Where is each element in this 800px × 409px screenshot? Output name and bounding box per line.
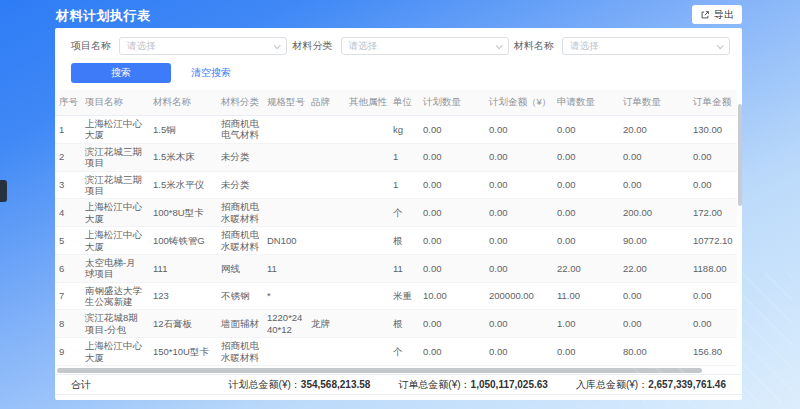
table-cell: 0.00 <box>689 282 737 310</box>
table-cell: 1.00 <box>553 310 619 338</box>
table-cell: 20.00 <box>619 116 689 144</box>
filter-label: 项目名称 <box>71 39 111 53</box>
table-row: 8滨江花城8期项目-分包12石膏板墙面辅材1220*2440*12龙牌根0.00… <box>55 310 737 338</box>
filter-select-0[interactable]: 请选择 <box>119 37 287 55</box>
select-placeholder: 请选择 <box>570 40 599 53</box>
column-header: 品牌 <box>307 90 345 116</box>
table-cell: 5 <box>55 227 81 255</box>
table-cell: 龙牌 <box>307 310 345 338</box>
table-cell: 90.00 <box>619 227 689 255</box>
table-cell: 200000.00 <box>485 282 553 310</box>
column-header: 材料名称 <box>149 90 217 116</box>
table-cell: 上海松江中心大厦 <box>81 227 149 255</box>
column-header: 申请数量 <box>553 90 619 116</box>
vertical-scrollbar[interactable] <box>738 104 742 206</box>
column-header: 项目名称 <box>81 90 149 116</box>
table-cell: 上海松江中心大厦 <box>81 338 149 366</box>
table-cell: 招商机电 水暖材料 <box>217 338 263 366</box>
table-row: 5上海松江中心大厦100铸铁管G招商机电 水暖材料DN100根0.000.000… <box>55 227 737 255</box>
table-cell: 0.00 <box>419 199 485 227</box>
table-cell <box>345 116 389 144</box>
table-cell: 11 <box>263 254 307 282</box>
table-cell <box>307 254 345 282</box>
filter-group-1: 材料分类请选择 <box>293 37 509 55</box>
table-cell: 未分类 <box>217 143 263 171</box>
filter-select-1[interactable]: 请选择 <box>341 37 509 55</box>
summary-item-value: 1,050,117,025.63 <box>471 379 548 390</box>
table-cell: 0.00 <box>485 171 553 199</box>
filter-group-2: 材料名称请选择 <box>514 37 730 55</box>
pagination: 共 1673 条 ‹ 123456...84 › 前往 页 <box>55 398 742 400</box>
table-cell: 100*8U型卡 <box>149 199 217 227</box>
table-cell: 招商机电 水暖材料 <box>217 227 263 255</box>
table-cell: 滨江花城8期项目-分包 <box>81 310 149 338</box>
table-cell: 0.00 <box>619 171 689 199</box>
table-cell: 0.00 <box>419 254 485 282</box>
table-cell <box>263 199 307 227</box>
table-cell: 上海松江中心大厦 <box>81 116 149 144</box>
search-button[interactable]: 搜索 <box>71 63 171 83</box>
table-cell: 0.00 <box>689 310 737 338</box>
table-row: 7南钢盛达大学生公寓新建123不锈钢*米重10.00200000.0011.00… <box>55 282 737 310</box>
select-placeholder: 请选择 <box>127 40 156 53</box>
table-cell: 2 <box>55 143 81 171</box>
table-cell: 墙面辅材 <box>217 310 263 338</box>
table-cell: 米重 <box>389 282 419 310</box>
table-row: 9上海松江中心大厦150*10U型卡招商机电 水暖材料个0.000.000.00… <box>55 338 737 366</box>
clear-search-link[interactable]: 清空搜索 <box>191 66 231 80</box>
column-header: 规格型号 <box>263 90 307 116</box>
table-cell <box>307 227 345 255</box>
table-cell: 招商机电 电气材料 <box>217 116 263 144</box>
sidebar-collapse-handle[interactable] <box>0 180 7 202</box>
table-cell <box>307 116 345 144</box>
table-cell: 80.00 <box>619 338 689 366</box>
table-cell: 0.00 <box>419 310 485 338</box>
table-cell <box>345 310 389 338</box>
table-cell <box>307 199 345 227</box>
table-cell <box>345 254 389 282</box>
summary-item-label: 入库总金额(¥)： <box>576 379 648 390</box>
table-cell <box>345 282 389 310</box>
column-header: 计划数量 <box>419 90 485 116</box>
table-cell <box>307 171 345 199</box>
table-cell: 个 <box>389 338 419 366</box>
summary-item-label: 订单总金额(¥)： <box>398 379 470 390</box>
table-cell: * <box>263 282 307 310</box>
table-cell <box>345 338 389 366</box>
chevron-down-icon <box>274 42 281 49</box>
table-cell: 1.5铜 <box>149 116 217 144</box>
table-header: 序号项目名称材料名称材料分类规格型号品牌其他属性单位计划数量计划金额（¥）申请数… <box>55 90 737 116</box>
table-cell: 10772.10 <box>689 227 737 255</box>
table-cell: 1188.00 <box>689 254 737 282</box>
table-cell: 0.00 <box>619 143 689 171</box>
table-cell: 1 <box>55 116 81 144</box>
table-cell: 0.00 <box>485 254 553 282</box>
table-cell: 不锈钢 <box>217 282 263 310</box>
summary-item: 入库总金额(¥)：2,657,339,761.46 <box>576 378 726 392</box>
page-title: 材料计划执行表 <box>56 7 151 25</box>
table-cell: 111 <box>149 254 217 282</box>
table-cell: 1 <box>389 143 419 171</box>
material-table: 序号项目名称材料名称材料分类规格型号品牌其他属性单位计划数量计划金额（¥）申请数… <box>55 90 737 366</box>
table-row: 1上海松江中心大厦1.5铜招商机电 电气材料kg0.000.000.0020.0… <box>55 116 737 144</box>
table-cell <box>263 338 307 366</box>
filter-label: 材料名称 <box>514 39 554 53</box>
summary-item-value: 2,657,339,761.46 <box>648 379 726 390</box>
table-cell: 0.00 <box>619 282 689 310</box>
export-button[interactable]: 导出 <box>692 5 742 24</box>
summary-items: 计划总金额(¥)：354,568,213.58订单总金额(¥)：1,050,11… <box>229 378 726 392</box>
table-row: 6太空电梯-月球项目111网线11110.000.0022.0022.00118… <box>55 254 737 282</box>
table-cell: 0.00 <box>485 143 553 171</box>
table-cell: 1.5米水平仪 <box>149 171 217 199</box>
table-header-row: 序号项目名称材料名称材料分类规格型号品牌其他属性单位计划数量计划金额（¥）申请数… <box>55 90 737 116</box>
filter-select-2[interactable]: 请选择 <box>562 37 730 55</box>
horizontal-scrollbar[interactable] <box>57 368 702 373</box>
table-cell <box>263 143 307 171</box>
table-container: 序号项目名称材料名称材料分类规格型号品牌其他属性单位计划数量计划金额（¥）申请数… <box>55 90 742 366</box>
page-background: 材料计划执行表 导出 项目名称请选择材料分类请选择材料名称请选择 搜索 清空搜索… <box>0 0 800 409</box>
table-cell: 0.00 <box>419 338 485 366</box>
table-cell: 上海松江中心大厦 <box>81 199 149 227</box>
table-cell: 滨江花城三期项目 <box>81 171 149 199</box>
table-cell: 4 <box>55 199 81 227</box>
table-cell: 招商机电 水暖材料 <box>217 199 263 227</box>
